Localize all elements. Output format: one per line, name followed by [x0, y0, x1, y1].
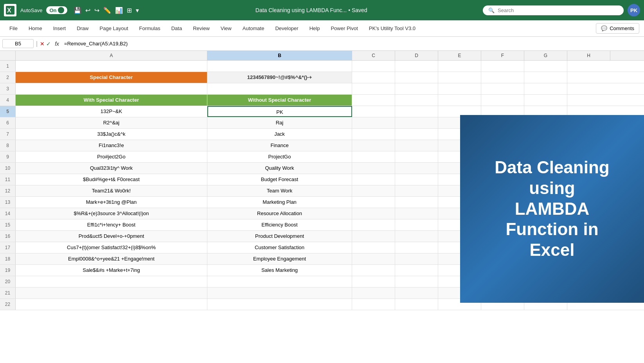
cell-c4[interactable]	[352, 95, 395, 106]
cell-d8[interactable]	[395, 140, 438, 151]
cell-d16[interactable]	[395, 231, 438, 242]
cell-g3[interactable]	[524, 83, 567, 94]
cell-d13[interactable]	[395, 197, 438, 208]
cell-a21[interactable]	[16, 288, 207, 298]
cell-c22[interactable]	[352, 299, 395, 310]
menu-automate[interactable]: Automate	[238, 23, 269, 34]
menu-page-layout[interactable]: Page Layout	[95, 23, 133, 34]
cell-d4[interactable]	[395, 95, 438, 106]
cell-a12[interactable]: Team21& Wo0rk!	[16, 185, 207, 196]
cell-f2[interactable]	[481, 72, 524, 83]
cell-d2[interactable]	[395, 72, 438, 83]
cell-a11[interactable]: $Bud#%ge+t& F0orecast	[16, 174, 207, 185]
cell-g2[interactable]	[524, 72, 567, 83]
cell-c17[interactable]	[352, 242, 395, 253]
cell-b15[interactable]: Efficiency Boost	[207, 219, 352, 230]
cell-d15[interactable]	[395, 219, 438, 230]
cell-b17[interactable]: Customer Satisfaction	[207, 242, 352, 253]
cell-d9[interactable]	[395, 151, 438, 162]
cell-c6[interactable]	[352, 117, 395, 128]
cell-c19[interactable]	[352, 265, 395, 276]
cell-c7[interactable]	[352, 129, 395, 140]
cell-f3[interactable]	[481, 83, 524, 94]
menu-file[interactable]: File	[5, 23, 22, 34]
cell-b8[interactable]: Finance	[207, 140, 352, 151]
cell-e4[interactable]	[438, 95, 481, 106]
cell-a2[interactable]: Special Character	[16, 72, 207, 83]
cell-b10[interactable]: Quality Work	[207, 163, 352, 174]
save-icon[interactable]: 💾	[73, 6, 82, 15]
cell-b7[interactable]: Jack	[207, 129, 352, 140]
cell-b1[interactable]	[207, 61, 352, 72]
cell-c3[interactable]	[352, 83, 395, 94]
menu-view[interactable]: View	[216, 23, 236, 34]
cell-b18[interactable]: Employee Engagement	[207, 253, 352, 264]
cell-g1[interactable]	[524, 61, 567, 72]
col-header-d[interactable]: D	[395, 51, 438, 60]
cell-a20[interactable]	[16, 276, 207, 287]
cell-d3[interactable]	[395, 83, 438, 94]
insert-function-icon[interactable]: fx	[52, 41, 61, 47]
cell-b11[interactable]: Budget Forecast	[207, 174, 352, 185]
cell-d18[interactable]	[395, 253, 438, 264]
cell-c2[interactable]	[352, 72, 395, 83]
col-header-c[interactable]: C	[352, 51, 395, 60]
cell-c16[interactable]	[352, 231, 395, 242]
cell-a18[interactable]: Empl0008&^o+yee&21 +Engage!ment	[16, 253, 207, 264]
cell-a1[interactable]	[16, 61, 207, 72]
cell-b13[interactable]: Marketing Plan	[207, 197, 352, 208]
cell-d7[interactable]	[395, 129, 438, 140]
cell-d12[interactable]	[395, 185, 438, 196]
menu-formulas[interactable]: Formulas	[135, 23, 165, 34]
cell-b9[interactable]: ProjectGo	[207, 151, 352, 162]
cell-a16[interactable]: Prod&uct5 Devel+o-+0pment	[16, 231, 207, 242]
confirm-formula-icon[interactable]: ✓	[46, 41, 51, 47]
cell-a9[interactable]: Pro#ject2Go	[16, 151, 207, 162]
comments-button[interactable]: 💬 Comments	[596, 23, 639, 34]
menu-review[interactable]: Review	[188, 23, 214, 34]
cell-c5[interactable]	[352, 106, 395, 117]
format-icon[interactable]: 📊	[114, 6, 124, 15]
cancel-formula-icon[interactable]: ✕	[40, 41, 45, 47]
cell-d22[interactable]	[395, 299, 438, 310]
cell-a19[interactable]: Sale$&#s +Marke+t+7ing	[16, 265, 207, 276]
menu-draw[interactable]: Draw	[72, 23, 93, 34]
col-header-b[interactable]: B	[207, 51, 352, 60]
cell-c13[interactable]	[352, 197, 395, 208]
menu-pk-utility[interactable]: PK's Utility Tool V3.0	[364, 23, 420, 34]
cell-c8[interactable]	[352, 140, 395, 151]
cell-d6[interactable]	[395, 117, 438, 128]
cell-c21[interactable]	[352, 288, 395, 298]
cell-a6[interactable]: R2^&aj	[16, 117, 207, 128]
menu-insert[interactable]: Insert	[49, 23, 71, 34]
cell-b14[interactable]: Resource Allocation	[207, 208, 352, 219]
cell-d17[interactable]	[395, 242, 438, 253]
cell-a15[interactable]: Effi1c*i+!ency+ Boost	[16, 219, 207, 230]
cell-d14[interactable]	[395, 208, 438, 219]
cell-a17[interactable]: Cus7+(t)(omer Satisfact!32+(i)8$%on%	[16, 242, 207, 253]
autosave-toggle[interactable]: On	[46, 6, 67, 14]
cell-c11[interactable]	[352, 174, 395, 185]
cell-reference-input[interactable]	[2, 39, 34, 48]
search-input[interactable]	[498, 7, 607, 13]
cell-b2[interactable]: 1234567890~!@#$%^&*()-+	[207, 72, 352, 83]
menu-power-pivot[interactable]: Power Pivot	[326, 23, 362, 34]
cell-a3[interactable]	[16, 83, 207, 94]
cell-b6[interactable]: Raj	[207, 117, 352, 128]
cell-d11[interactable]	[395, 174, 438, 185]
col-header-e[interactable]: E	[438, 51, 481, 60]
cell-c9[interactable]	[352, 151, 395, 162]
menu-developer[interactable]: Developer	[270, 23, 303, 34]
cell-a5[interactable]: 132P~&K	[16, 106, 207, 117]
cell-c10[interactable]	[352, 163, 395, 174]
col-header-f[interactable]: F	[481, 51, 524, 60]
cell-b19[interactable]: Sales Marketing	[207, 265, 352, 276]
menu-help[interactable]: Help	[305, 23, 325, 34]
cell-a10[interactable]: Qual323i1ty^ Work	[16, 163, 207, 174]
pen-icon[interactable]: ✏️	[103, 6, 112, 15]
cell-a22[interactable]	[16, 299, 207, 310]
cell-b3[interactable]	[207, 83, 352, 94]
cell-c20[interactable]	[352, 276, 395, 287]
cell-a13[interactable]: Mark+e+3ti1ng @Plan	[16, 197, 207, 208]
cell-d5[interactable]	[395, 106, 438, 117]
